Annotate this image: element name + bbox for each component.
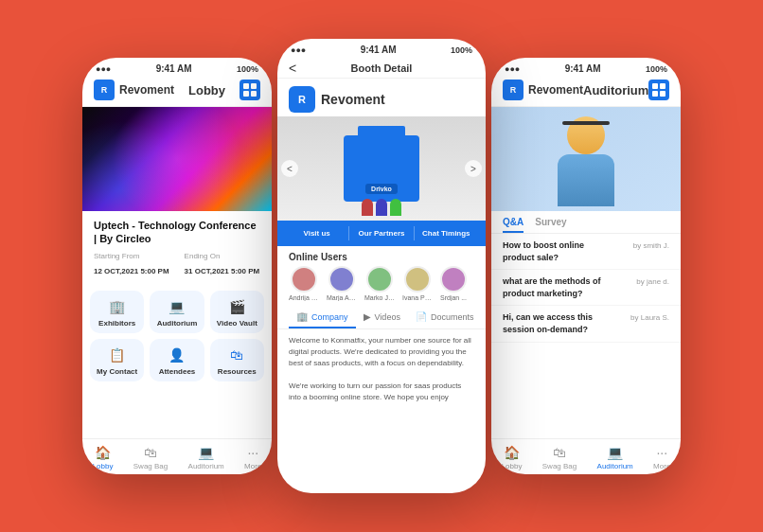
phone-auditorium: ●●● 9:41 AM 100% R Revoment Auditorium xyxy=(491,58,681,474)
online-users-label: Online Users xyxy=(277,246,486,266)
videos-tab-icon: ▶ xyxy=(364,311,371,322)
chat-timings-btn[interactable]: Chat Timings xyxy=(414,226,478,240)
name-ivana: Ivana Pavi... xyxy=(402,294,433,301)
time-right: 9:41 AM xyxy=(565,63,601,74)
nav-lobby-left[interactable]: 🏠 Lobby xyxy=(93,445,114,470)
avatar-srdjan xyxy=(440,266,467,293)
attendees-label: Attendees xyxy=(159,367,196,376)
auditorium-label: Auditorium xyxy=(157,319,198,328)
carousel-prev[interactable]: < xyxy=(281,160,298,177)
start-date-block: Starting From 12 OCT,2021 5:00 PM xyxy=(94,252,169,277)
battery-left: 100% xyxy=(237,64,258,74)
feature-grid: 🏢 Exhibitors 💻 Auditorium 🎬 Video Vault … xyxy=(82,291,272,387)
docs-tab-label: Documents xyxy=(431,312,474,322)
brand-right: R Revoment xyxy=(503,80,583,100)
person-3 xyxy=(390,199,401,216)
nav-more-label: More xyxy=(244,462,261,470)
avatar-andrija xyxy=(291,266,317,293)
company-tab-icon: 🏢 xyxy=(296,311,308,322)
back-button[interactable]: < xyxy=(289,61,296,76)
lobby-title: Lobby xyxy=(188,83,225,98)
status-bar-left: ●●● 9:41 AM 100% xyxy=(82,58,272,76)
attendees-icon: 👤 xyxy=(166,346,188,364)
body-shape xyxy=(558,154,614,206)
user-andrija: Andrija N... xyxy=(289,266,319,301)
person-2 xyxy=(376,199,387,216)
name-marja: Marja Antic xyxy=(327,294,357,301)
start-label: Starting From xyxy=(94,252,169,260)
start-date: 12 OCT,2021 5:00 PM xyxy=(94,267,169,275)
name-marko: Marko Jus... xyxy=(364,294,395,301)
carousel-next[interactable]: > xyxy=(465,160,482,177)
nav-lobby-right[interactable]: 🏠 Lobby xyxy=(502,445,523,470)
booth-header: < Booth Detail xyxy=(277,57,486,79)
exhibitors-btn[interactable]: 🏢 Exhibitors xyxy=(90,291,144,333)
booth-people xyxy=(362,199,401,216)
nav-more-left[interactable]: ··· More xyxy=(244,445,261,470)
our-partners-btn[interactable]: Our Partners xyxy=(348,226,413,240)
nav-swagbag-right[interactable]: 🛍 Swag Bag xyxy=(542,445,577,470)
company-tab-label: Company xyxy=(311,312,348,322)
booth-building: Drivko xyxy=(344,135,419,202)
qa-tabs: Q&A Survey xyxy=(491,211,681,234)
brand-icon-right: R xyxy=(503,80,523,100)
attendees-btn[interactable]: 👤 Attendees xyxy=(150,339,204,381)
tab-videos[interactable]: ▶ Videos xyxy=(356,307,408,328)
nav-more-label-right: More xyxy=(653,462,670,470)
home-icon-right: 🏠 xyxy=(504,445,520,460)
tab-documents[interactable]: 📄 Documents xyxy=(408,307,482,328)
qr-button-left[interactable] xyxy=(240,80,260,100)
user-marja: Marja Antic xyxy=(327,266,357,301)
avatar-ivana xyxy=(404,266,431,293)
event-info: Uptech - Technology Conference | By Circ… xyxy=(82,211,272,291)
lobby-header: R Revoment Lobby xyxy=(82,76,272,107)
video-vault-icon: 🎬 xyxy=(225,298,248,315)
phones-container: ●●● 9:41 AM 100% R Revoment Lobby xyxy=(54,20,709,512)
exhibitors-label: Exhibitors xyxy=(98,319,135,328)
brand-icon-left: R xyxy=(94,80,115,100)
author-3: by Laura S. xyxy=(630,313,669,322)
booth-sign: Drivko xyxy=(365,184,398,194)
video-vault-label: Video Vault xyxy=(217,319,257,328)
status-bar-center: ●●● 9:41 AM 100% xyxy=(277,39,486,57)
qa-item-2: what are the methods of product marketin… xyxy=(491,270,681,306)
nav-swagbag-left[interactable]: 🛍 Swag Bag xyxy=(133,445,168,470)
booth-stage: Drivko xyxy=(277,116,486,221)
nav-more-right[interactable]: ··· More xyxy=(653,445,670,470)
end-date: 31 OCT,2021 5:00 PM xyxy=(185,267,260,275)
resources-icon: 🛍 xyxy=(225,346,248,364)
tab-company[interactable]: 🏢 Company xyxy=(289,307,356,328)
auditorium-btn[interactable]: 💻 Auditorium xyxy=(150,291,204,333)
more-icon-right: ··· xyxy=(656,445,667,460)
qa-tab-survey[interactable]: Survey xyxy=(535,217,566,233)
bottom-nav-right: 🏠 Lobby 🛍 Swag Bag 💻 Auditorium ··· More xyxy=(491,438,681,474)
more-icon: ··· xyxy=(247,445,258,460)
auditorium-icon: 💻 xyxy=(166,298,188,315)
time-center: 9:41 AM xyxy=(361,44,397,55)
visit-us-btn[interactable]: Visit us xyxy=(285,226,348,240)
person-1 xyxy=(362,199,373,216)
nav-swagbag-label: Swag Bag xyxy=(133,462,168,470)
content-tabs: 🏢 Company ▶ Videos 📄 Documents xyxy=(277,307,486,329)
resources-btn[interactable]: 🛍 Resources xyxy=(210,339,264,381)
name-andrija: Andrija N... xyxy=(289,294,319,301)
qr-button-right[interactable] xyxy=(648,80,669,100)
brand-name-right: Revoment xyxy=(528,83,583,97)
booth-brand-icon: R xyxy=(289,86,315,113)
signal-left: ●●● xyxy=(96,64,111,74)
nav-auditorium-right[interactable]: 💻 Auditorium xyxy=(597,445,633,470)
home-icon: 🏠 xyxy=(95,445,111,460)
booth-brand: R Revoment xyxy=(277,79,486,116)
docs-tab-icon: 📄 xyxy=(416,311,427,322)
author-2: by jane d. xyxy=(636,277,669,286)
video-vault-btn[interactable]: 🎬 Video Vault xyxy=(210,291,264,333)
my-contact-btn[interactable]: 📋 My Contact xyxy=(90,339,144,381)
booth-brand-name: Revoment xyxy=(321,92,385,107)
avatar-marja xyxy=(328,266,355,293)
exhibitors-icon: 🏢 xyxy=(106,298,129,315)
phone-lobby: ●●● 9:41 AM 100% R Revoment Lobby xyxy=(82,58,272,474)
online-users-row: Andrija N... Marja Antic Marko Jus... Iv… xyxy=(277,266,486,307)
brand-left: R Revoment xyxy=(94,80,174,100)
nav-auditorium-left[interactable]: 💻 Auditorium xyxy=(188,445,224,470)
qa-tab-qa[interactable]: Q&A xyxy=(503,217,523,233)
